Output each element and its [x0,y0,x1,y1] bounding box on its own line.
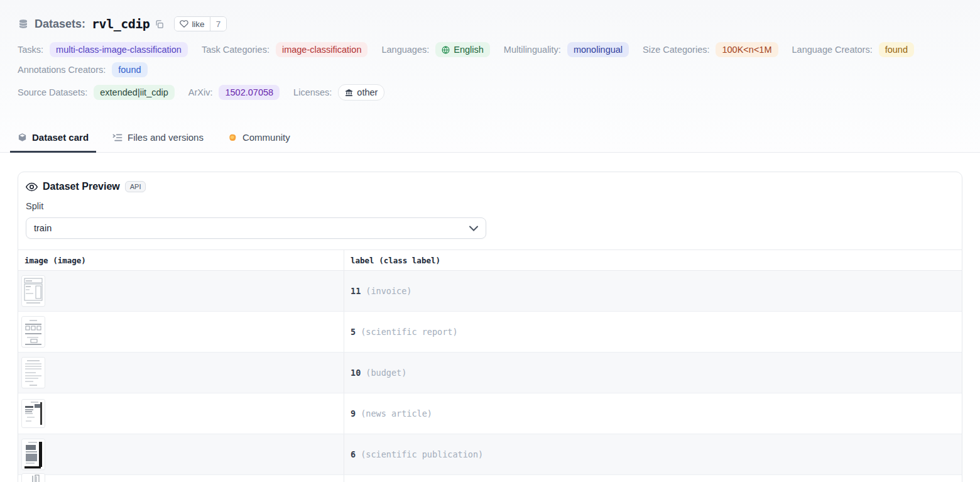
label-cell: 9 (news article) [344,393,962,434]
tag-group-multilinguality: Multilinguality: monolingual [504,42,629,57]
table-header-row: image (image) label (class label) [18,250,962,271]
like-widget: like 7 [174,16,227,31]
column-header-image: image (image) [24,256,86,265]
image-cell [18,312,344,352]
tag-group-licenses: Licenses: other [293,84,384,101]
label-cell: 5 (scientific report) [344,312,962,352]
chevron-down-icon [469,226,478,231]
globe-icon [442,46,450,54]
tag-group-label: Licenses: [293,87,332,97]
tag-language[interactable]: English [435,42,490,57]
tag-group-label: Multilinguality: [504,45,561,55]
tag-group-label: Task Categories: [202,45,270,55]
bank-icon [345,89,353,97]
document-thumbnail [22,474,45,482]
tag-annotations-creators[interactable]: found [112,62,147,77]
dataset-name: rvl_cdip [92,16,150,31]
image-cell [18,271,344,311]
tag-multilinguality[interactable]: monolingual [567,42,629,57]
tag-source-dataset[interactable]: extended|iit_cdip [94,85,175,100]
label-name: (scientific publication) [361,449,483,459]
preview-table: image (image) label (class label) [18,249,962,482]
tag-size-category[interactable]: 100K<n<1M [716,42,778,57]
tag-license[interactable]: other [338,84,384,101]
tag-group-label: Tasks: [18,45,43,55]
tag-group-source-datasets: Source Datasets: extended|iit_cdip [18,85,175,100]
database-icon [18,18,29,30]
preview-title: Dataset Preview [43,181,120,192]
tag-group-label: Languages: [381,45,429,55]
tab-community[interactable]: Community [220,127,298,153]
heart-icon [180,19,188,28]
eye-icon [26,182,38,192]
tag-group-task-categories: Task Categories: image-classification [202,42,368,57]
tag-group-label: Size Categories: [643,45,709,55]
content-area: Dataset Preview API Split train image (i… [0,153,980,482]
tag-group-label: Annotations Creators: [18,65,106,75]
tag-language-creators[interactable]: found [879,42,914,57]
copy-icon[interactable] [155,19,164,29]
tag-group-annotations-creators: Annotations Creators: found [18,62,148,77]
api-button[interactable]: API [125,181,146,192]
like-button[interactable]: like [175,17,209,31]
tab-dataset-card[interactable]: Dataset card [10,127,96,153]
tag-row-2: Source Datasets: extended|iit_cdip ArXiv… [18,84,962,111]
document-thumbnail [22,276,45,306]
split-label: Split [18,192,962,211]
tag-group-language-creators: Language Creators: found [792,42,914,57]
tag-group-label: Source Datasets: [18,87,87,97]
tag-tasks[interactable]: multi-class-image-classification [50,42,188,57]
document-thumbnail [22,358,45,388]
image-cell [18,353,344,393]
title-row: Datasets: rvl_cdip like 7 [18,16,962,31]
split-select[interactable]: train [26,217,486,239]
tab-bar: Dataset card Files and versions Communit… [0,111,980,153]
like-count[interactable]: 7 [210,17,227,31]
image-cell [18,434,344,474]
like-label: like [192,19,204,29]
document-thumbnail [22,400,45,427]
label-name: (news article) [361,408,432,419]
section-label: Datasets: [35,18,85,31]
table-row-partial [18,475,962,482]
tag-arxiv[interactable]: 1502.07058 [219,85,280,100]
column-header-label: label (class label) [351,256,440,265]
label-id: 6 [351,449,356,459]
tag-group-arxiv: ArXiv: 1502.07058 [188,85,280,100]
document-thumbnail [22,317,45,347]
label-cell: 6 (scientific publication) [344,434,962,474]
table-row: 9 (news article) [18,393,962,434]
label-id: 11 [351,286,361,296]
label-cell [344,475,962,482]
table-row: 11 (invoice) [18,271,962,312]
label-id: 10 [351,368,361,378]
dataset-preview-card: Dataset Preview API Split train image (i… [18,172,962,482]
tab-label: Files and versions [128,132,204,143]
image-cell [18,475,344,482]
label-id: 9 [351,408,356,419]
tab-files-and-versions[interactable]: Files and versions [105,127,211,153]
tag-row-1: Tasks: multi-class-image-classification … [18,42,962,77]
label-name: (scientific report) [361,327,457,337]
dataset-header: Datasets: rvl_cdip like 7 Tasks: multi-c… [0,0,980,111]
dataset-page: Datasets: rvl_cdip like 7 Tasks: multi-c… [0,0,980,482]
tag-group-size-categories: Size Categories: 100K<n<1M [643,42,778,57]
label-cell: 11 (invoice) [344,271,962,311]
tag-group-label: Language Creators: [792,45,873,55]
table-row: 10 (budget) [18,353,962,393]
label-cell: 10 (budget) [344,353,962,393]
label-name: (budget) [366,368,406,378]
tag-task-category[interactable]: image-classification [276,42,368,57]
label-name: (invoice) [366,286,411,296]
cube-icon [18,133,27,142]
tag-group-tasks: Tasks: multi-class-image-classification [18,42,188,57]
image-cell [18,393,344,434]
community-icon [227,133,237,143]
tab-label: Community [242,132,290,143]
tab-label: Dataset card [32,132,89,143]
versions-icon [112,133,122,142]
table-row: 6 (scientific publication) [18,434,962,475]
document-thumbnail [22,439,45,469]
preview-header: Dataset Preview API [18,172,962,192]
tag-group-languages: Languages: English [381,42,489,57]
